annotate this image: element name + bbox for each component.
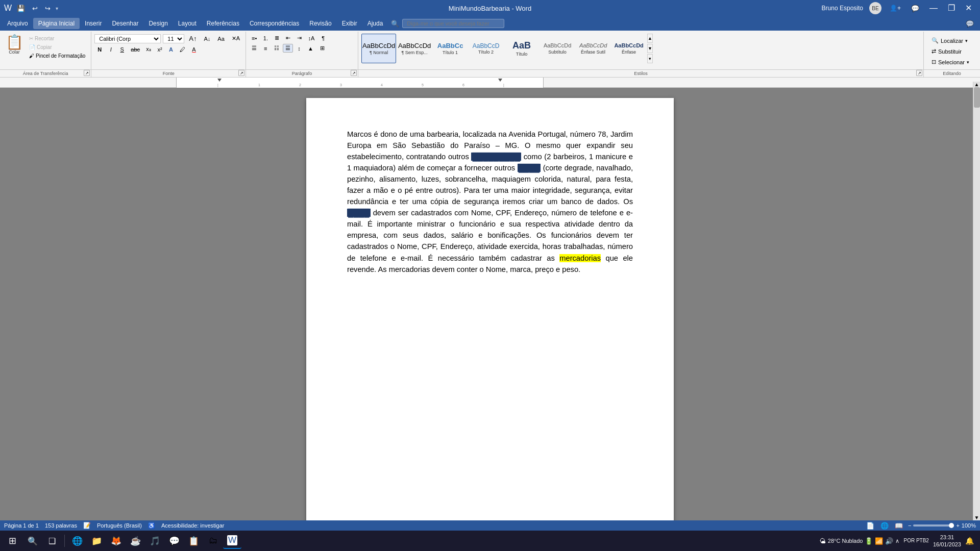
ribbon-search-input[interactable] — [402, 19, 504, 28]
align-left-button[interactable]: ☰ — [249, 44, 259, 53]
menu-desenhar[interactable]: Desenhar — [107, 18, 143, 29]
undo-button[interactable]: ↩ — [30, 4, 40, 13]
font-size-select[interactable]: 11 — [163, 34, 184, 43]
language-label[interactable]: POR PTB2 — [903, 537, 928, 544]
zoom-out-button[interactable]: − — [908, 522, 911, 529]
scroll-thumb[interactable] — [974, 87, 980, 108]
show-marks-button[interactable]: ¶ — [318, 34, 328, 42]
restore-button[interactable]: ❐ — [944, 3, 959, 13]
decrease-indent-button[interactable]: ⇤ — [283, 34, 293, 42]
sort-button[interactable]: ↕A — [305, 34, 317, 42]
redo-button[interactable]: ↪ — [43, 4, 53, 13]
numbering-button[interactable]: 1. — [260, 34, 271, 42]
style-titulo2[interactable]: AaBbCcD Título 2 — [469, 34, 503, 63]
format-painter-button[interactable]: 🖌 Pincel de Formatação — [27, 52, 88, 60]
ruler-tab-left[interactable] — [217, 79, 222, 83]
align-center-button[interactable]: ≡ — [260, 44, 271, 53]
tray-expand-icon[interactable]: ∧ — [895, 538, 899, 544]
font-color-button[interactable]: A — [189, 45, 199, 54]
select-button[interactable]: ⊡ Selecionar ▾ — [927, 57, 974, 67]
font-case-button[interactable]: Aa — [215, 35, 227, 43]
menu-inserir[interactable]: Inserir — [80, 18, 107, 29]
styles-scroll-down-button[interactable]: ▼ — [647, 44, 653, 53]
view-web-button[interactable]: 🌐 — [879, 522, 890, 530]
zoom-in-button[interactable]: + — [956, 522, 959, 529]
increase-indent-button[interactable]: ⇥ — [294, 34, 304, 42]
taskbar-taskview-button[interactable]: ❑ — [43, 533, 61, 549]
font-grow-button[interactable]: A↑ — [186, 34, 199, 43]
style-enfase-sutil[interactable]: AaBbCcDd Ênfase Sutil — [576, 34, 610, 63]
ruler-tab-right[interactable] — [498, 79, 502, 83]
bold-button[interactable]: N — [94, 45, 105, 54]
share-button[interactable]: 👤+ — [886, 4, 905, 12]
highlight-color-button[interactable]: 🖊 — [177, 45, 188, 54]
taskbar-spotify[interactable]: 🎵 — [145, 533, 164, 549]
cut-button[interactable]: ✂ Recortar — [27, 35, 88, 42]
language[interactable]: Português (Brasil) — [97, 522, 142, 529]
shading-button[interactable]: ▲ — [305, 44, 316, 53]
menu-design[interactable]: Design — [143, 18, 173, 29]
accessibility-status[interactable]: Acessibilidade: investigar — [161, 522, 225, 529]
style-enfase[interactable]: AaBbCcDd Ênfase — [611, 34, 646, 63]
scroll-up-button[interactable]: ▲ — [973, 82, 981, 87]
replace-button[interactable]: ⇄ Substituir — [927, 46, 966, 56]
network-icon[interactable]: 🌤 — [819, 537, 826, 545]
taskbar-firefox[interactable]: 🦊 — [107, 533, 125, 549]
menu-exibir[interactable]: Exibir — [337, 18, 362, 29]
styles-expand-icon[interactable]: ↗ — [916, 70, 922, 76]
view-read-button[interactable]: 📖 — [894, 522, 904, 530]
notifications-icon[interactable]: 🔔 — [965, 537, 974, 545]
style-titulo1[interactable]: AaBbCc Título 1 — [433, 34, 468, 63]
borders-button[interactable]: ⊞ — [317, 44, 327, 53]
menu-pagina-inicial[interactable]: Página Inicial — [33, 18, 80, 29]
bullets-button[interactable]: ≡• — [249, 34, 259, 42]
align-right-button[interactable]: ☷ — [272, 44, 282, 53]
comments-button[interactable]: 💬 — [907, 4, 923, 13]
volume-icon[interactable]: 🔊 — [885, 537, 893, 545]
subscript-button[interactable]: x₂ — [143, 45, 154, 54]
copy-button[interactable]: 📄 Copiar — [27, 43, 88, 51]
scroll-down-button[interactable]: ▼ — [973, 515, 981, 520]
menu-referencias[interactable]: Referências — [202, 18, 244, 29]
taskbar-edge[interactable]: 🌐 — [68, 533, 86, 549]
paste-button[interactable]: 📋 Colar — [3, 34, 26, 56]
styles-expand-button[interactable]: ▾ — [647, 54, 653, 63]
menu-correspondencias[interactable]: Correspondências — [244, 18, 304, 29]
clipboard-expand-button[interactable]: ↗ — [84, 70, 90, 76]
taskbar-kanban[interactable]: 🗂 — [204, 533, 222, 549]
line-spacing-button[interactable]: ↕ — [294, 44, 304, 53]
taskbar-java[interactable]: ☕ — [126, 533, 144, 549]
style-normal[interactable]: AaBbCcDd ¶ Normal — [361, 34, 396, 63]
taskbar-teams[interactable]: 💬 — [165, 533, 183, 549]
font-name-select[interactable]: Calibri (Corp — [94, 34, 161, 43]
superscript-button[interactable]: x² — [155, 45, 165, 54]
styles-scroll-up-button[interactable]: ▲ — [647, 34, 653, 43]
chat-icon[interactable]: 💬 — [962, 20, 978, 28]
menu-arquivo[interactable]: Arquivo — [2, 18, 33, 29]
find-button[interactable]: 🔍 Localizar ▾ — [927, 36, 972, 45]
strikethrough-button[interactable]: abc — [128, 45, 142, 54]
font-shrink-button[interactable]: A↓ — [201, 35, 213, 43]
document-text[interactable]: Marcos é dono de uma barbearia, localiza… — [347, 129, 633, 275]
taskbar-sticky[interactable]: 📋 — [184, 533, 203, 549]
menu-layout[interactable]: Layout — [173, 18, 202, 29]
document-page[interactable]: Marcos é dono de uma barbearia, localiza… — [306, 98, 674, 551]
style-sem-esp[interactable]: AaBbCcDd ¶ Sem Esp... — [397, 34, 432, 63]
menu-ajuda[interactable]: Ajuda — [362, 18, 388, 29]
font-expand-button[interactable]: ↗ — [238, 70, 244, 76]
zoom-slider[interactable] — [913, 524, 954, 527]
clock[interactable]: 23:31 16/01/2023 — [933, 534, 961, 548]
minimize-button[interactable]: — — [925, 3, 942, 13]
vertical-scrollbar[interactable]: ▲ ▼ — [973, 82, 980, 520]
text-effects-button[interactable]: A — [166, 45, 176, 54]
underline-button[interactable]: S — [117, 45, 127, 54]
close-button[interactable]: ✕ — [961, 3, 976, 13]
style-subtitulo[interactable]: AaBbCcDd Subtítulo — [540, 34, 575, 63]
save-button[interactable]: 💾 — [15, 4, 27, 13]
italic-button[interactable]: I — [106, 45, 116, 54]
taskbar-explorer[interactable]: 📁 — [87, 533, 106, 549]
start-button[interactable]: ⊞ — [2, 533, 22, 549]
view-print-button[interactable]: 📄 — [865, 522, 875, 530]
paragraph-expand-button[interactable]: ↗ — [351, 70, 357, 76]
scroll-track[interactable] — [973, 87, 981, 515]
